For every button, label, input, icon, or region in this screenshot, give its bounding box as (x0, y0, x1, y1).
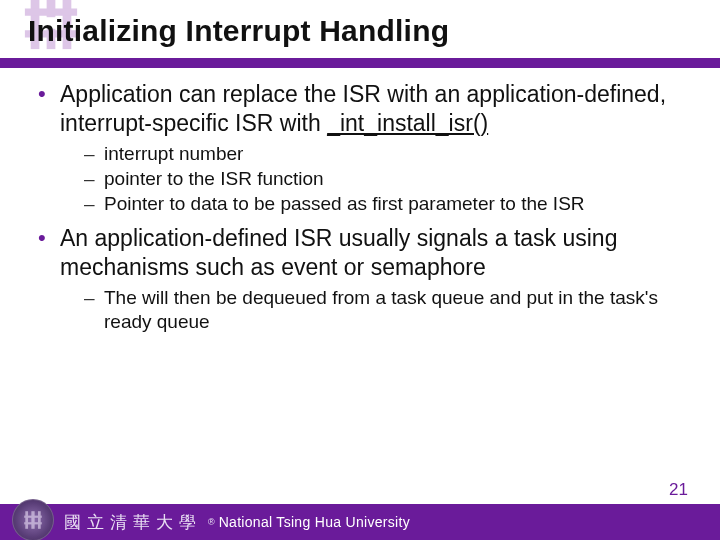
bullet-item: An application-defined ISR usually signa… (34, 224, 692, 334)
footer-bar: 國立清華大學® National Tsing Hua University (0, 504, 720, 540)
cn-text: 國立清華大學 (64, 511, 202, 534)
svg-rect-6 (25, 511, 28, 529)
bullet-item: Application can replace the ISR with an … (34, 80, 692, 216)
bullet-text: An application-defined ISR usually signa… (60, 225, 617, 280)
trademark-icon: ® (208, 517, 215, 527)
svg-rect-7 (38, 511, 41, 529)
content-area: Application can replace the ISR with an … (34, 80, 692, 343)
svg-rect-10 (31, 511, 34, 529)
bullet-list-level2: The will then be dequeued from a task qu… (60, 286, 692, 335)
sub-bullet-item: Pointer to data to be passed as first pa… (60, 192, 692, 216)
sub-bullet-item: pointer to the ISR function (60, 167, 692, 191)
slide-title: Initializing Interrupt Handling (28, 14, 692, 48)
function-name: _int_install_isr() (327, 110, 488, 136)
bullet-list-level2: interrupt number pointer to the ISR func… (60, 142, 692, 217)
sub-bullet-item: interrupt number (60, 142, 692, 166)
title-underline-bar (0, 58, 720, 68)
page-number: 21 (669, 480, 688, 500)
university-name-en: National Tsing Hua University (219, 514, 410, 530)
bullet-list-level1: Application can replace the ISR with an … (34, 80, 692, 335)
university-seal (12, 499, 54, 540)
slide: Initializing Interrupt Handling Applicat… (0, 0, 720, 540)
sub-bullet-item: The will then be dequeued from a task qu… (60, 286, 692, 335)
title-area: Initializing Interrupt Handling (28, 14, 692, 48)
university-name-cn: 國立清華大學® (64, 511, 215, 534)
seal-glyph-icon (22, 509, 44, 531)
